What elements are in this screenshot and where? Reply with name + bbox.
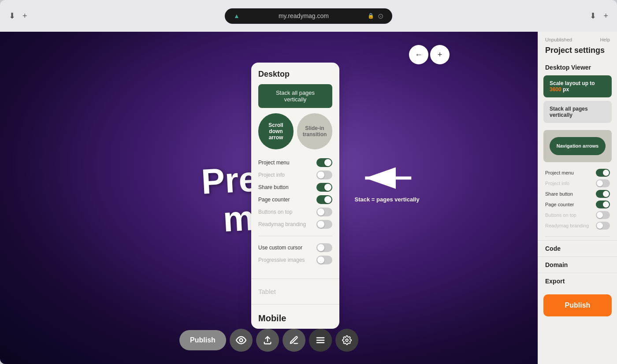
nav-type-buttons: Scroll down arrow Slide-in transition xyxy=(258,113,332,149)
browser-chrome: ⬇ + ▲ my.readymag.com 🔒 ⊙ ⬇ + xyxy=(0,0,617,32)
sidebar-toggle-label-project-info: Project info xyxy=(545,181,569,186)
nav-arrows-label: Navigation arrows xyxy=(557,143,598,149)
toggle-row-readymag-branding: Readymag branding xyxy=(258,218,332,230)
sidebar-toggle-row-page-counter: Page counter xyxy=(545,199,610,210)
edit-button[interactable] xyxy=(282,329,305,352)
sidebar-toggle-label-buttons-on-top: Buttons on top xyxy=(545,212,576,218)
more-options-button[interactable] xyxy=(309,329,332,352)
toggle-readymag-branding[interactable] xyxy=(316,220,332,229)
download-icon-left[interactable]: ⬇ xyxy=(9,11,15,21)
new-tab-icon[interactable]: + xyxy=(603,11,608,21)
toggle-label-custom-cursor: Use custom cursor xyxy=(258,245,302,251)
browser-left-actions: ⬇ + xyxy=(9,11,27,21)
toggle-row-progressive-images: Progressive images xyxy=(258,254,332,266)
toggle-row-buttons-on-top: Buttons on top xyxy=(258,206,332,218)
sidebar-toggle-share-button[interactable] xyxy=(596,190,610,198)
toggle-row-project-info: Project info xyxy=(258,169,332,181)
toggle-row-project-menu: Project menu xyxy=(258,156,332,169)
sidebar-toggle-buttons-on-top[interactable] xyxy=(596,211,610,219)
toggle-label-project-info: Project info xyxy=(258,172,285,178)
code-section-link[interactable]: Code xyxy=(538,240,617,256)
scale-highlight-value: 3600 xyxy=(550,86,561,93)
svg-point-5 xyxy=(346,339,348,342)
toggle-label-readymag-branding: Readymag branding xyxy=(258,221,306,227)
toggle-share-button[interactable] xyxy=(316,183,332,192)
export-section-link[interactable]: Export xyxy=(538,273,617,289)
sidebar-toggle-row-buttons-on-top: Buttons on top xyxy=(545,210,610,220)
url-text: my.readymag.com xyxy=(243,12,364,19)
nav-arrows-box: Navigation arrows xyxy=(543,130,612,162)
slide-in-transition-button[interactable]: Slide-in transition xyxy=(297,113,332,149)
sidebar-toggle-row-readymag-branding: Readymag branding xyxy=(545,220,610,231)
sidebar-toggle-page-counter[interactable] xyxy=(596,201,610,208)
desktop-section: Desktop Stack all pages vertically Scrol… xyxy=(251,63,339,273)
sidebar-toggle-section: Project menu Project info Share button P… xyxy=(538,166,617,233)
sidebar-toggle-label-project-menu: Project menu xyxy=(545,170,574,175)
toggle-buttons-on-top[interactable] xyxy=(316,208,332,216)
toggle-progressive-images[interactable] xyxy=(316,256,332,264)
lock-icon: 🔒 xyxy=(368,13,374,19)
scale-unit: px xyxy=(563,86,569,93)
mobile-section-title: Mobile xyxy=(251,310,339,329)
sidebar-toggle-label-page-counter: Page counter xyxy=(545,202,574,207)
toggle-label-project-menu: Project menu xyxy=(258,160,290,166)
scale-layout-button[interactable]: Scale layout up to 3600 px xyxy=(543,75,612,97)
browser-url-bar[interactable]: ▲ my.readymag.com 🔒 ⊙ xyxy=(225,8,392,24)
toggle-custom-cursor[interactable] xyxy=(316,243,332,252)
arrow-indicator: Stack = pages vertically xyxy=(355,158,420,203)
stack-pages-button[interactable]: Stack all pages vertically xyxy=(258,84,332,108)
toggle-label-buttons-on-top: Buttons on top xyxy=(258,209,292,215)
desktop-viewer-title: Desktop Viewer xyxy=(538,60,617,75)
sidebar-toggle-row-share-button: Share button xyxy=(545,189,610,199)
preview-canvas: Previewmode ← + Desktop Stack all pages … xyxy=(0,32,538,364)
tablet-section-title: Tablet xyxy=(251,284,339,299)
bottom-toolbar: Publish xyxy=(179,329,358,352)
popup-toggles: Project menu Project info Share button P… xyxy=(258,156,332,230)
download-icon[interactable]: ⬇ xyxy=(590,11,596,21)
forward-button[interactable]: + xyxy=(430,45,450,64)
toggle-page-counter[interactable] xyxy=(316,195,332,204)
toggle-project-info[interactable] xyxy=(316,171,332,179)
add-tab-icon-left[interactable]: + xyxy=(22,11,27,21)
desktop-settings-popup: Desktop Stack all pages vertically Scrol… xyxy=(251,63,339,329)
publish-button-toolbar[interactable]: Publish xyxy=(179,330,226,350)
sidebar-toggle-label-share-button: Share button xyxy=(545,191,573,197)
arrow-annotation: Stack = pages vertically xyxy=(355,196,420,203)
back-button[interactable]: ← xyxy=(409,45,428,64)
sidebar-toggle-row-project-info: Project info xyxy=(545,178,610,189)
desktop-section-title: Desktop xyxy=(258,70,332,79)
unpublished-badge: Unpublished xyxy=(545,37,572,42)
toggle-row-page-counter: Page counter xyxy=(258,193,332,206)
sidebar-toggle-project-menu[interactable] xyxy=(596,169,610,177)
svg-point-1 xyxy=(239,339,242,342)
right-sidebar: Unpublished Help Project settings Deskto… xyxy=(538,32,617,364)
toggle-label-progressive-images: Progressive images xyxy=(258,257,305,263)
popup-divider-1 xyxy=(258,236,332,236)
scroll-down-arrow-button[interactable]: Scroll down arrow xyxy=(258,113,294,149)
sidebar-divider-1 xyxy=(545,236,610,237)
toggle-row-share-button: Share button xyxy=(258,181,332,193)
eye-button[interactable] xyxy=(230,329,253,352)
sidebar-header: Unpublished Help xyxy=(538,32,617,44)
stack-pages-sidebar-button[interactable]: Stack all pages vertically xyxy=(543,101,612,123)
nav-arrows-button[interactable]: Navigation arrows xyxy=(550,137,606,155)
help-link[interactable]: Help xyxy=(600,37,610,42)
popup-divider-3 xyxy=(251,304,339,305)
publish-button-sidebar[interactable]: Publish xyxy=(543,294,612,316)
domain-section-link[interactable]: Domain xyxy=(538,256,617,273)
toggle-project-menu[interactable] xyxy=(316,158,332,167)
refresh-icon[interactable]: ⊙ xyxy=(378,12,383,20)
toggle-label-page-counter: Page counter xyxy=(258,197,290,203)
toggle-row-custom-cursor: Use custom cursor xyxy=(258,241,332,254)
share-button[interactable] xyxy=(256,329,279,352)
popup-divider-2 xyxy=(251,279,339,279)
nav-circle-buttons: ← + xyxy=(409,45,450,64)
sidebar-title: Project settings xyxy=(538,44,617,60)
sidebar-toggle-row-project-menu: Project menu xyxy=(545,167,610,178)
sidebar-toggle-project-info[interactable] xyxy=(596,179,610,187)
site-favicon: ▲ xyxy=(234,12,240,19)
main-area: Previewmode ← + Desktop Stack all pages … xyxy=(0,32,617,364)
settings-active-button[interactable] xyxy=(335,329,358,352)
sidebar-toggle-readymag-branding[interactable] xyxy=(596,222,610,230)
browser-actions: ⬇ + xyxy=(590,11,608,21)
